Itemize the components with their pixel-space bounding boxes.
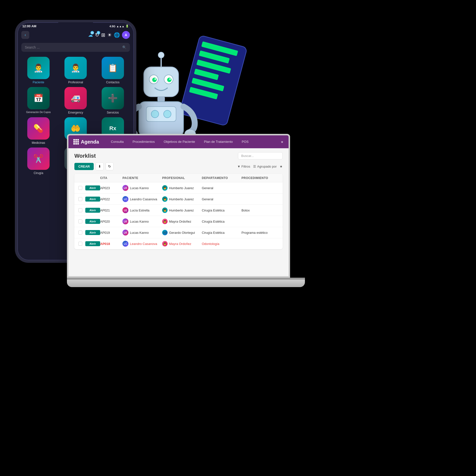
header-right-icon: ★	[281, 140, 284, 144]
app-contactos[interactable]: 📋 Contactos	[96, 57, 130, 84]
grid-dot-4	[73, 141, 75, 143]
grid-dot-7	[73, 143, 75, 145]
abrir-button-4[interactable]: Abrir	[85, 219, 100, 224]
app-servicios[interactable]: ➕ Servicios	[96, 87, 130, 114]
patient-cell-4: LK Lucas Kanno	[122, 218, 162, 224]
refresh-icon-btn: ↻	[108, 164, 111, 168]
agrupado-button[interactable]: ☰ Agrupado por	[253, 165, 277, 168]
col-paciente: PACIENTE	[122, 176, 162, 180]
patient-avatar-6: LC	[122, 241, 128, 247]
phone-search-bar[interactable]: Search ... 🔍	[21, 43, 130, 52]
dept-3: Cirugía Estética	[202, 208, 241, 212]
col-procedimiento: PROCEDIMIENTO	[241, 176, 279, 180]
abrir-button-5[interactable]: Abrir	[85, 230, 100, 235]
toolbar-right: ▼ Filtros ☰ Agrupado por ★	[237, 165, 283, 168]
app-label-medicinas: Medicinas	[32, 141, 45, 145]
cita-2: AP022	[100, 197, 122, 201]
patient-cell-2: LC Leandro Casanova	[122, 196, 162, 202]
prof-avatar-5: GO	[162, 230, 168, 235]
tab-pos[interactable]: POS	[237, 135, 253, 148]
cita-3: AP021	[100, 208, 122, 212]
prof-avatar-3: 🧑	[162, 208, 168, 213]
sun-icon[interactable]: ☀	[107, 32, 112, 38]
app-icon-box-emergency: 🚑	[64, 87, 87, 109]
abrir-button-6[interactable]: Abrir	[85, 241, 100, 246]
star-icon[interactable]: ★	[280, 165, 283, 168]
patient-cell-6: LC Leandro Casanova	[122, 241, 162, 247]
laptop-device: Agenda Consulta Procedimientos Objetivos…	[67, 134, 305, 307]
download-icon: ⬇	[98, 164, 101, 168]
cita-1: AP023	[100, 186, 122, 190]
prof-avatar-1: 🧑	[162, 185, 168, 191]
laptop-base	[67, 280, 305, 287]
crear-button[interactable]: CREAR	[74, 163, 94, 170]
cirugia-icon: ✂️	[33, 154, 43, 163]
patient-name-1: Lucas Kanno	[130, 186, 149, 190]
prof-name-5: Gerardo Olortegui	[169, 231, 195, 235]
tab-plan[interactable]: Plan de Tratamiento	[200, 135, 237, 148]
patient-avatar-5: LK	[122, 230, 128, 236]
app-icon-box-generacion: 📅	[27, 87, 50, 109]
app-emergency[interactable]: 🚑 Emergency	[59, 87, 93, 114]
tab-consulta[interactable]: Consulta	[106, 135, 128, 148]
servicios-icon: ➕	[108, 93, 118, 103]
svg-rect-2	[144, 67, 178, 97]
row-checkbox-2[interactable]	[78, 197, 82, 201]
abrir-button-1[interactable]: Abrir	[85, 185, 100, 190]
tab-procedimientos[interactable]: Procedimientos	[128, 135, 159, 148]
cita-6: AP018	[100, 242, 122, 246]
abrir-button-3[interactable]: Abrir	[85, 208, 100, 213]
prof-avatar-6: 👩	[162, 241, 168, 246]
app-icon-box-contactos: 📋	[102, 57, 124, 79]
filter-icon: ▼	[237, 165, 240, 168]
tratami-icon: 🤲	[71, 124, 81, 133]
group-icon: ☰	[253, 165, 256, 168]
cita-4: AP020	[100, 220, 122, 223]
back-button[interactable]: ‹	[21, 31, 29, 39]
globe-icon[interactable]: 🌐	[114, 32, 120, 38]
download-button[interactable]: ⬇	[96, 162, 104, 170]
tab-objetivos[interactable]: Objetivos de Paciente	[159, 135, 199, 148]
user-avatar[interactable]: A	[122, 31, 130, 39]
notification-badge-2[interactable]: ↻ 2	[95, 32, 99, 38]
row-checkbox-3[interactable]	[78, 208, 82, 212]
app-cirugia[interactable]: ✂️ Cirugía	[21, 148, 56, 175]
grid-icon[interactable]: ⊞	[101, 32, 105, 38]
filtros-button[interactable]: ▼ Filtros	[237, 165, 250, 168]
notification-badge-1[interactable]: ☁ 12	[88, 32, 93, 38]
worklist-search-input[interactable]: Buscar...	[238, 152, 283, 159]
back-icon: ‹	[25, 33, 26, 37]
prof-name-3: Humberto Juarez	[169, 208, 194, 212]
table-row: Abrir AP019 LK Lucas Kanno GO Gerardo Ol…	[74, 227, 283, 238]
refresh-button[interactable]: ↻	[106, 162, 114, 170]
app-label-paciente: Paciente	[33, 81, 44, 84]
svg-rect-11	[146, 107, 176, 121]
grid-dot-2	[75, 139, 77, 141]
app-medicinas[interactable]: 💊 Medicinas	[21, 117, 56, 145]
svg-point-6	[167, 78, 172, 82]
svg-point-7	[154, 78, 156, 80]
phone-notch	[58, 22, 93, 29]
patient-avatar-3: LE	[122, 207, 128, 213]
badge-count-2: 2	[97, 31, 100, 34]
col-profesional: PROFESIONAL	[162, 176, 202, 180]
prof-name-1: Humberto Juarez	[169, 186, 194, 190]
prof-cell-5: GO Gerardo Olortegui	[162, 230, 202, 235]
row-checkbox-6[interactable]	[78, 242, 82, 246]
row-checkbox-4[interactable]	[78, 219, 82, 223]
grid-dot-9	[77, 143, 79, 145]
app-label-cirugia: Cirugía	[34, 171, 43, 175]
dept-4: Cirugía Estética	[202, 220, 241, 223]
row-checkbox-1[interactable]	[78, 186, 82, 190]
app-generacion[interactable]: 📅 Generación De Cupos	[21, 87, 56, 114]
patient-name-4: Lucas Kanno	[130, 220, 149, 223]
app-paciente[interactable]: 👨‍⚕️ Paciente	[21, 57, 56, 84]
col-departamento: DEPARTAMENTO	[202, 176, 241, 180]
row-checkbox-5[interactable]	[78, 231, 82, 235]
app-profesional[interactable]: 👨‍⚕️ Profesional	[59, 57, 93, 84]
abrir-button-2[interactable]: Abrir	[85, 197, 100, 202]
svg-point-8	[169, 78, 171, 80]
worklist-title: Worklist	[74, 153, 96, 159]
nav-tabs: Consulta Procedimientos Objetivos de Pac…	[106, 135, 253, 148]
proc-5: Programa estético	[241, 231, 279, 235]
